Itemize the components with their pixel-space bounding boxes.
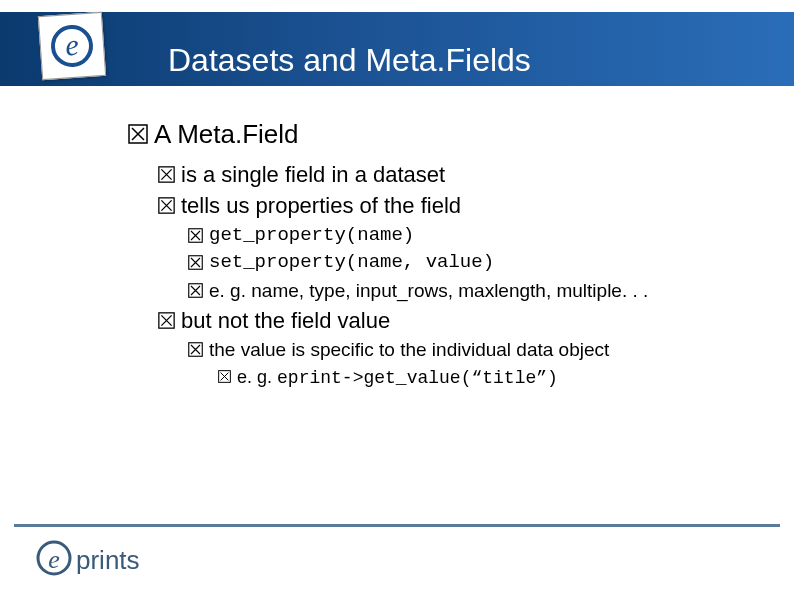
square-x-bullet-icon xyxy=(128,124,148,144)
bullet-level2: but not the field value xyxy=(158,307,754,335)
square-x-bullet-icon xyxy=(188,283,203,298)
bullet-level2: tells us properties of the field xyxy=(158,192,754,220)
svg-text:e: e xyxy=(64,28,80,62)
header-bar: e Datasets and Meta.Fields xyxy=(0,12,794,86)
slide-content: A Meta.Field is a single field in a data… xyxy=(128,118,754,394)
square-x-bullet-icon xyxy=(158,312,175,329)
header-eprints-icon: e xyxy=(38,12,106,80)
square-x-bullet-icon xyxy=(188,342,203,357)
square-x-bullet-icon xyxy=(188,228,203,243)
bullet-level3: set_property(name, value) xyxy=(188,251,754,275)
bullet-text: e. g. name, type, input_rows, maxlength,… xyxy=(209,279,754,303)
square-x-bullet-icon xyxy=(188,255,203,270)
footer-divider xyxy=(14,524,780,527)
bullet-level4: e. g. eprint->get_value(“title”) xyxy=(218,366,754,390)
bullet-level3: get_property(name) xyxy=(188,224,754,248)
bullet-code: get_property(name) xyxy=(209,224,754,248)
bullet-level3: e. g. name, type, input_rows, maxlength,… xyxy=(188,279,754,303)
bullet-code: set_property(name, value) xyxy=(209,251,754,275)
bullet-text-mixed: e. g. eprint->get_value(“title”) xyxy=(237,366,754,390)
square-x-bullet-icon xyxy=(218,370,231,383)
footer-eprints-logo: e prints xyxy=(36,537,176,579)
square-x-bullet-icon xyxy=(158,166,175,183)
bullet-level3: the value is specific to the individual … xyxy=(188,338,754,362)
svg-text:e: e xyxy=(48,545,60,574)
bullet-text: A Meta.Field xyxy=(154,118,754,151)
footer-brand-text: prints xyxy=(76,545,140,575)
eg-prefix: e. g. xyxy=(237,367,277,387)
bullet-text: tells us properties of the field xyxy=(181,192,754,220)
square-x-bullet-icon xyxy=(158,197,175,214)
eg-code: eprint->get_value(“title”) xyxy=(277,368,558,388)
bullet-level2: is a single field in a dataset xyxy=(158,161,754,189)
bullet-text: is a single field in a dataset xyxy=(181,161,754,189)
bullet-text: but not the field value xyxy=(181,307,754,335)
slide-title: Datasets and Meta.Fields xyxy=(168,42,531,79)
bullet-level1: A Meta.Field xyxy=(128,118,754,151)
bullet-text: the value is specific to the individual … xyxy=(209,338,754,362)
